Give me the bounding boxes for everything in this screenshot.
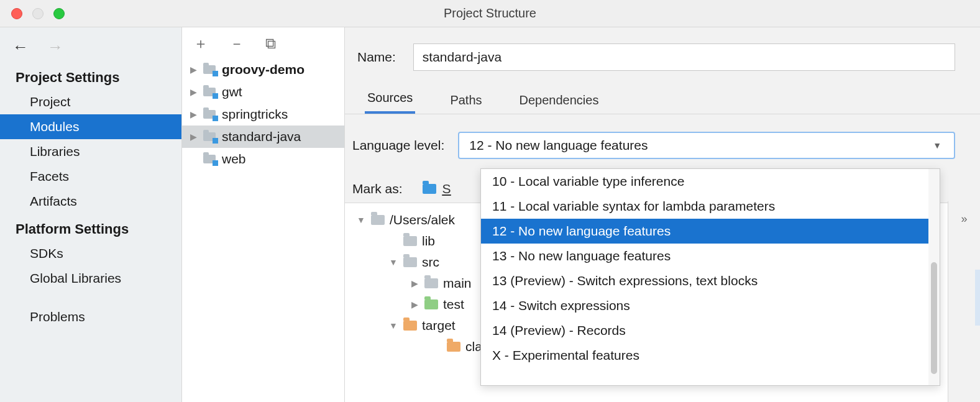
sidebar-item-global-libraries[interactable]: Global Libraries bbox=[0, 266, 181, 291]
sidebar-item-project[interactable]: Project bbox=[0, 89, 181, 114]
dropdown-scrollbar[interactable] bbox=[928, 169, 940, 385]
mark-as-sources-text: S bbox=[442, 181, 451, 196]
expand-icon[interactable]: ▶ bbox=[188, 109, 198, 119]
module-icon bbox=[203, 131, 217, 142]
scrollbar-thumb[interactable] bbox=[931, 262, 937, 374]
expand-icon[interactable]: ▶ bbox=[188, 87, 198, 97]
sidebar-item-artifacts[interactable]: Artifacts bbox=[0, 189, 181, 214]
module-icon bbox=[203, 64, 217, 75]
copy-module-button[interactable]: ⧉ bbox=[265, 36, 276, 51]
folder-icon bbox=[403, 257, 417, 267]
titlebar: Project Structure bbox=[0, 0, 980, 27]
module-name-input[interactable] bbox=[413, 43, 955, 71]
sidebar-item-facets[interactable]: Facets bbox=[0, 164, 181, 189]
expand-icon[interactable]: ▶ bbox=[188, 65, 198, 75]
module-item-gwt[interactable]: ▶ gwt bbox=[182, 81, 344, 103]
module-label: springtricks bbox=[222, 107, 288, 122]
window-title: Project Structure bbox=[0, 6, 980, 21]
module-icon bbox=[203, 86, 217, 98]
module-icon bbox=[203, 109, 217, 120]
language-level-value: 12 - No new language features bbox=[469, 138, 648, 153]
dropdown-option[interactable]: 14 (Preview) - Records bbox=[481, 318, 928, 343]
dropdown-option[interactable]: 13 (Preview) - Switch expressions, text … bbox=[481, 268, 928, 293]
expand-icon[interactable]: ▶ bbox=[410, 278, 419, 288]
sidebar-item-modules[interactable]: Modules bbox=[0, 114, 181, 139]
tab-paths[interactable]: Paths bbox=[447, 93, 484, 114]
dropdown-option[interactable]: 11 - Local variable syntax for lambda pa… bbox=[481, 194, 928, 219]
module-label: standard-java bbox=[222, 129, 301, 144]
tab-sources[interactable]: Sources bbox=[365, 91, 415, 114]
sidebar-item-libraries[interactable]: Libraries bbox=[0, 139, 181, 164]
chevron-down-icon: ▼ bbox=[933, 140, 941, 150]
language-level-dropdown[interactable]: 10 - Local variable type inference 11 - … bbox=[480, 168, 940, 386]
remove-module-button[interactable]: － bbox=[229, 36, 244, 51]
name-label: Name: bbox=[357, 50, 396, 65]
tree-label: main bbox=[443, 276, 472, 291]
sidebar-item-problems[interactable]: Problems bbox=[0, 304, 181, 329]
tree-label: lib bbox=[422, 234, 435, 249]
folder-icon bbox=[403, 236, 417, 246]
folder-icon bbox=[423, 184, 436, 194]
module-item-groovy-demo[interactable]: ▶ groovy-demo bbox=[182, 58, 344, 81]
tab-dependencies[interactable]: Dependencies bbox=[517, 93, 602, 114]
folder-icon bbox=[447, 342, 460, 352]
nav-back-button[interactable]: ← bbox=[12, 39, 29, 55]
expand-icon[interactable]: ▶ bbox=[188, 132, 198, 142]
folder-icon bbox=[403, 321, 417, 331]
folder-icon bbox=[424, 299, 438, 309]
module-label: groovy-demo bbox=[222, 62, 305, 77]
language-level-select[interactable]: 12 - No new language features ▼ bbox=[458, 132, 955, 159]
folder-icon bbox=[424, 278, 438, 288]
mark-as-sources-button[interactable]: S bbox=[423, 181, 451, 196]
mark-as-label: Mark as: bbox=[352, 181, 403, 196]
folder-icon bbox=[371, 215, 385, 225]
module-details: Name: Sources Paths Dependencies Languag… bbox=[345, 27, 980, 402]
dropdown-option[interactable]: 13 - No new language features bbox=[481, 244, 928, 268]
tree-label: /Users/alek bbox=[390, 212, 455, 227]
language-level-label: Language level: bbox=[352, 138, 444, 153]
module-label: gwt bbox=[222, 85, 242, 99]
module-item-springtricks[interactable]: ▶ springtricks bbox=[182, 103, 344, 126]
module-item-web[interactable]: web bbox=[182, 148, 344, 170]
collapse-icon[interactable]: ▼ bbox=[388, 321, 398, 331]
tree-label: test bbox=[443, 297, 464, 312]
collapse-icon[interactable]: ▼ bbox=[356, 215, 366, 225]
section-header-platform-settings: Platform Settings bbox=[0, 214, 181, 241]
dropdown-option[interactable]: 12 - No new language features bbox=[481, 219, 928, 244]
tree-label: src bbox=[422, 255, 439, 270]
add-module-button[interactable]: ＋ bbox=[193, 36, 208, 51]
section-header-project-settings: Project Settings bbox=[0, 62, 181, 89]
sidebar-item-sdks[interactable]: SDKs bbox=[0, 241, 181, 266]
collapse-icon[interactable]: ▼ bbox=[388, 257, 398, 267]
nav-forward-button: → bbox=[47, 39, 63, 55]
module-label: web bbox=[222, 152, 246, 167]
expand-icon bbox=[188, 154, 198, 164]
dropdown-option[interactable]: 10 - Local variable type inference bbox=[481, 169, 928, 194]
module-tabs: Sources Paths Dependencies bbox=[345, 75, 980, 114]
dropdown-option[interactable]: 14 - Switch expressions bbox=[481, 293, 928, 318]
tree-label: target bbox=[422, 318, 456, 333]
modules-panel: ＋ － ⧉ ▶ groovy-demo ▶ gwt ▶ springtricks… bbox=[182, 27, 345, 402]
side-panel-indicator bbox=[975, 270, 980, 326]
expand-icon[interactable]: ▶ bbox=[410, 299, 419, 309]
module-icon bbox=[203, 153, 217, 165]
module-item-standard-java[interactable]: ▶ standard-java bbox=[182, 126, 344, 148]
side-panel-collapsed: » bbox=[948, 201, 980, 402]
expand-side-panel-button[interactable]: » bbox=[961, 212, 967, 226]
dropdown-option[interactable]: X - Experimental features bbox=[481, 343, 928, 368]
settings-sidebar: ← → Project Settings Project Modules Lib… bbox=[0, 27, 182, 402]
